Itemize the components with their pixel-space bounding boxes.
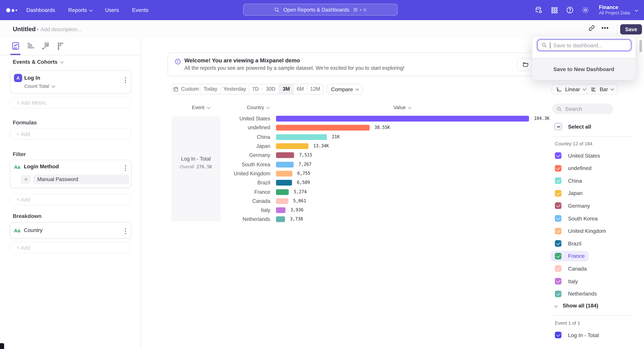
chart-bar[interactable]	[276, 180, 292, 186]
column-header-event[interactable]: Event	[192, 105, 210, 110]
country-legend-row[interactable]: France	[551, 251, 589, 262]
chart-bar[interactable]	[276, 143, 308, 149]
add-metric-button[interactable]: + Add Metric	[10, 97, 132, 108]
country-checkbox-checked[interactable]	[555, 152, 562, 159]
compare-button[interactable]: Compare	[326, 84, 363, 94]
apps-grid-icon[interactable]	[550, 6, 558, 14]
country-legend-row[interactable]: Japan	[555, 188, 582, 199]
mixpanel-logo-icon[interactable]	[6, 7, 18, 13]
add-description[interactable]: + Add description...	[36, 26, 82, 32]
kebab-menu-icon[interactable]	[125, 231, 126, 232]
report-title[interactable]: Untitled	[13, 25, 36, 32]
nav-events[interactable]: Events	[132, 7, 148, 13]
chart-bar[interactable]	[276, 198, 288, 204]
chart-style-selector[interactable]: Linear	[552, 84, 590, 94]
country-checkbox-checked[interactable]	[555, 291, 562, 297]
event-name[interactable]: Log In	[24, 75, 40, 81]
chart-type-selector[interactable]: Bar	[586, 84, 618, 94]
nav-users[interactable]: Users	[105, 7, 119, 13]
breakdown-property[interactable]: Country	[24, 227, 42, 233]
add-breakdown-button[interactable]: + Add	[10, 242, 132, 253]
country-legend-row[interactable]: undefined	[555, 163, 592, 173]
kebab-menu-icon[interactable]	[125, 80, 126, 81]
string-type-badge: Aa	[14, 164, 20, 170]
country-legend-row[interactable]: United States	[555, 150, 600, 161]
add-filter-button[interactable]: + Add	[10, 194, 132, 205]
more-actions-icon[interactable]	[601, 24, 609, 32]
country-checkbox-checked[interactable]	[555, 190, 562, 196]
save-button[interactable]: Save	[620, 24, 642, 34]
column-header-value[interactable]: Value	[394, 105, 410, 110]
tab-flows[interactable]	[41, 41, 50, 50]
range-custom[interactable]: Custom	[172, 84, 200, 94]
chart-bar[interactable]	[276, 134, 327, 140]
filter-value[interactable]: Manual Password	[33, 174, 129, 184]
chart-bar[interactable]	[276, 189, 289, 195]
metric-card[interactable]: A Log In Count Total	[10, 70, 132, 94]
tab-insights[interactable]	[11, 41, 20, 50]
country-checkbox-checked[interactable]	[555, 203, 562, 209]
range-12m[interactable]: 12M	[307, 84, 323, 94]
chart-bar[interactable]	[276, 171, 292, 177]
country-checkbox-checked[interactable]	[555, 215, 562, 222]
chart-bar[interactable]	[276, 162, 294, 167]
country-checkbox-checked[interactable]	[555, 240, 562, 247]
save-to-dashboard-input[interactable]: Save to dashboard...	[537, 39, 631, 51]
add-formula-button[interactable]: + Add	[10, 128, 132, 140]
tab-retention[interactable]	[56, 41, 66, 50]
events-cohorts-header[interactable]: Events & Cohorts	[13, 59, 63, 65]
country-checkbox-checked[interactable]	[555, 177, 562, 184]
country-legend-row[interactable]: Brazil	[555, 238, 582, 249]
country-legend-row[interactable]: South Korea	[555, 213, 598, 224]
column-header-country[interactable]: Country	[247, 105, 269, 110]
chart-bar[interactable]	[276, 125, 370, 131]
range-7d[interactable]: 7D	[249, 84, 262, 94]
country-legend-row[interactable]: Canada	[555, 263, 587, 274]
country-legend-row[interactable]: China	[555, 175, 582, 186]
range-yesterday[interactable]: Yesterday	[221, 84, 249, 94]
select-all-row[interactable]: Select all	[555, 121, 591, 132]
breakdown-card[interactable]: Aa Country	[10, 222, 132, 239]
project-switcher[interactable]: Finance All Project Data	[599, 4, 638, 15]
range-3m-selected[interactable]: 3M	[279, 84, 294, 94]
country-checkbox-checked[interactable]	[555, 265, 562, 272]
country-checkbox-checked[interactable]	[555, 165, 562, 171]
range-today[interactable]: Today	[200, 84, 221, 94]
show-all-button[interactable]: Show all (184)	[555, 303, 598, 309]
help-icon[interactable]	[566, 6, 574, 14]
event-checkbox-checked[interactable]	[555, 332, 562, 338]
country-checkbox-checked[interactable]	[555, 278, 562, 285]
filter-card[interactable]: Aa Login Method = Manual Password	[10, 160, 132, 188]
event-summary-cell[interactable]: Log In - Total Overall 276.5K	[171, 117, 220, 221]
event-legend-row[interactable]: Log In - Total	[555, 330, 599, 341]
chart-bar[interactable]	[276, 217, 285, 222]
data-management-icon[interactable]	[535, 6, 543, 14]
string-type-badge: Aa	[14, 228, 20, 234]
range-30d[interactable]: 30D	[262, 84, 279, 94]
country-checkbox-checked[interactable]	[555, 228, 562, 234]
filter-operator[interactable]: =	[21, 175, 31, 184]
select-all-checkbox-indeterminate[interactable]	[555, 123, 562, 130]
save-to-new-dashboard-button[interactable]: Save to New Dashboard	[532, 58, 636, 80]
country-legend-row[interactable]: Italy	[555, 276, 578, 287]
chart-bar[interactable]	[276, 116, 529, 121]
tab-funnels[interactable]	[26, 41, 36, 50]
copy-link-icon[interactable]	[587, 24, 596, 32]
country-legend-row[interactable]: Netherlands	[555, 289, 597, 299]
country-legend-row[interactable]: Germany	[555, 201, 590, 211]
settings-gear-icon[interactable]	[582, 6, 590, 14]
nav-reports[interactable]: Reports	[68, 7, 92, 13]
filter-property[interactable]: Login Method	[24, 163, 59, 170]
kebab-menu-icon[interactable]	[125, 167, 126, 169]
country-checkbox-checked[interactable]	[555, 253, 562, 259]
global-search-input[interactable]: Open Reports & Dashboards ⌘ + K	[243, 4, 398, 15]
nav-dashboards[interactable]: Dashboards	[26, 7, 55, 13]
chart-bar[interactable]	[276, 207, 286, 213]
country-legend-row[interactable]: United Kingdom	[555, 226, 606, 236]
scrollbar-thumb[interactable]	[640, 40, 642, 52]
chart-bar[interactable]	[276, 152, 294, 158]
chevron-down-icon	[554, 304, 558, 308]
segment-search-input[interactable]: Search	[552, 103, 613, 114]
aggregation-selector[interactable]: Count Total	[24, 83, 54, 89]
range-6m[interactable]: 6M	[294, 84, 307, 94]
